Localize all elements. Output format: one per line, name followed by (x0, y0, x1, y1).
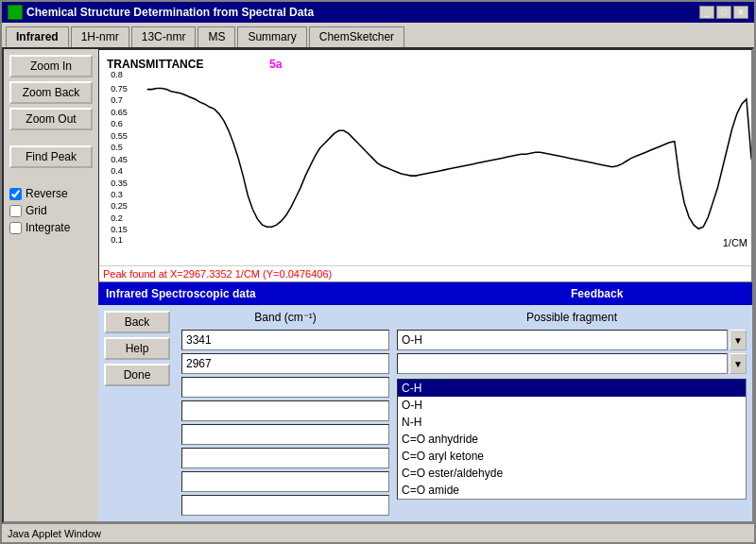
band-section: Band (cm⁻¹) (181, 311, 389, 516)
status-bar: Java Applet Window (2, 523, 754, 542)
svg-text:0.55: 0.55 (111, 131, 128, 141)
dropdown-item-nh[interactable]: N-H (398, 414, 746, 431)
close-button[interactable]: ✕ (733, 6, 748, 19)
app-icon (8, 5, 23, 20)
zoom-in-button[interactable]: Zoom In (9, 55, 93, 77)
left-panel: Zoom In Zoom Back Zoom Out Find Peak Rev… (4, 49, 98, 521)
svg-text:0.65: 0.65 (111, 108, 128, 117)
zoom-out-button[interactable]: Zoom Out (9, 108, 93, 130)
window-title: Chemical Structure Determination from Sp… (26, 6, 314, 19)
title-bar: Chemical Structure Determination from Sp… (2, 2, 754, 23)
svg-text:0.6: 0.6 (111, 119, 123, 128)
band-input-1[interactable] (181, 353, 389, 374)
band-input-5[interactable] (181, 448, 389, 468)
fragment-section: Possible fragment ▼ ▼ (397, 311, 747, 516)
dropdown-item-co-aryl-ketone[interactable]: C=O aryl ketone (398, 448, 746, 465)
ir-spectrum-chart: 0.8 0.75 0.7 0.65 0.6 0.55 0.5 0.45 0.4 … (99, 50, 751, 246)
minimize-button[interactable]: _ (699, 6, 714, 19)
fragment-row-0: ▼ (397, 330, 747, 350)
band-inputs (181, 330, 389, 516)
dropdown-item-co-amide[interactable]: C=O amide (398, 482, 746, 499)
reverse-label: Reverse (26, 187, 68, 200)
spectrum-line (147, 89, 751, 230)
dropdown-item-ch[interactable]: C-H (398, 380, 746, 397)
integrate-label: Integrate (26, 221, 70, 234)
main-window: Chemical Structure Determination from Sp… (0, 0, 756, 544)
options-group: Reverse Grid Integrate (9, 183, 93, 234)
chart-area: TRANSMITTANCE 5a 0.8 0.75 0.7 0.65 0.6 0… (98, 49, 752, 282)
tab-1h-nmr[interactable]: 1H-nmr (71, 26, 129, 47)
bottom-left-buttons: Back Help Done (104, 311, 174, 516)
feedback-label: Feedback (563, 287, 752, 300)
tab-13c-nmr[interactable]: 13C-nmr (131, 26, 197, 47)
status-text: Java Applet Window (8, 528, 101, 539)
band-input-4[interactable] (181, 424, 389, 445)
svg-text:0.4: 0.4 (111, 166, 123, 176)
band-label: Band (cm⁻¹) (181, 311, 389, 324)
tab-infrared[interactable]: Infrared (6, 26, 69, 47)
band-input-2[interactable] (181, 377, 389, 398)
svg-text:0.75: 0.75 (111, 84, 128, 94)
tab-ms[interactable]: MS (198, 26, 235, 47)
maximize-button[interactable]: □ (716, 6, 731, 19)
tab-chemsketcher[interactable]: ChemSketcher (309, 26, 404, 47)
tab-summary[interactable]: Summary (237, 26, 306, 47)
x-axis-unit: 1/CM (723, 237, 747, 248)
svg-text:0.3: 0.3 (111, 190, 123, 199)
svg-text:0.35: 0.35 (111, 178, 128, 187)
help-button[interactable]: Help (104, 337, 170, 360)
reverse-checkbox-label[interactable]: Reverse (9, 187, 93, 200)
dropdown-item-co-ester-aldehyde[interactable]: C=O ester/aldehyde (398, 465, 746, 482)
fragment-dropdown-list: C-H O-H N-H C=O anhydride C=O aryl keton… (397, 379, 747, 500)
fragment-dropdown-0[interactable]: ▼ (730, 330, 747, 350)
fragment-inputs: ▼ ▼ C-H O-H N-H (397, 330, 747, 500)
svg-text:0.45: 0.45 (111, 154, 128, 163)
window-controls[interactable]: _ □ ✕ (699, 6, 748, 19)
tab-bar: Infrared 1H-nmr 13C-nmr MS Summary ChemS… (2, 23, 754, 47)
svg-text:0.1: 0.1 (111, 235, 123, 245)
reverse-checkbox[interactable] (9, 188, 22, 200)
integrate-checkbox-label[interactable]: Integrate (9, 221, 93, 234)
fragment-dropdown-1[interactable]: ▼ (730, 353, 747, 374)
svg-text:0.5: 0.5 (111, 143, 123, 152)
svg-text:0.15: 0.15 (111, 225, 128, 234)
svg-text:0.7: 0.7 (111, 95, 123, 105)
bottom-section: Infrared Spectroscopic data Feedback Bac… (98, 282, 752, 521)
grid-checkbox-label[interactable]: Grid (9, 204, 93, 217)
svg-text:0.2: 0.2 (111, 213, 123, 223)
find-peak-button[interactable]: Find Peak (9, 145, 93, 168)
svg-text:0.25: 0.25 (111, 201, 128, 211)
band-input-3[interactable] (181, 400, 389, 421)
bottom-body: Back Help Done Band (cm⁻¹) (98, 305, 752, 521)
bottom-header: Infrared Spectroscopic data Feedback (98, 282, 752, 305)
fragment-label: Possible fragment (397, 311, 747, 324)
main-content: Zoom In Zoom Back Zoom Out Find Peak Rev… (2, 47, 754, 523)
svg-text:0.8: 0.8 (111, 70, 123, 79)
back-button[interactable]: Back (104, 311, 170, 333)
done-button[interactable]: Done (104, 364, 170, 386)
fragment-row-1: ▼ (397, 353, 747, 374)
zoom-back-button[interactable]: Zoom Back (9, 81, 93, 104)
grid-checkbox[interactable] (9, 205, 22, 217)
dropdown-item-oh[interactable]: O-H (398, 397, 746, 414)
fragment-input-0[interactable] (397, 330, 728, 350)
integrate-checkbox[interactable] (9, 222, 22, 234)
band-input-0[interactable] (181, 330, 389, 350)
ir-data-label: Infrared Spectroscopic data (98, 287, 563, 300)
grid-label: Grid (26, 204, 47, 217)
band-input-7[interactable] (181, 495, 389, 516)
band-input-6[interactable] (181, 471, 389, 492)
peak-info: Peak found at X=2967.3352 1/CM (Y=0.0476… (99, 265, 751, 281)
dropdown-item-co-anhydride[interactable]: C=O anhydride (398, 431, 746, 448)
fragment-input-1[interactable] (397, 353, 728, 374)
